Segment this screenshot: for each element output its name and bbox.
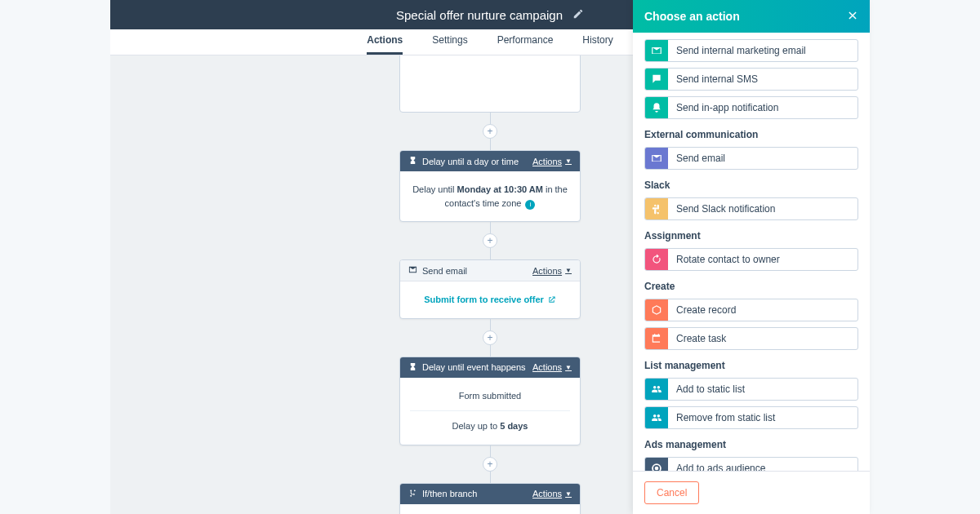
action-create-task[interactable]: Create task [644,327,858,350]
chevron-down-icon: ▼ [565,267,572,274]
connector [490,445,491,457]
delay-text: Delay until Monday at 10:30 AM in the co… [412,184,568,208]
action-send-inapp-notification[interactable]: Send in-app notification [644,96,858,119]
card-body: Delay until Monday at 10:30 AM in the co… [400,171,580,221]
hourglass-icon [408,362,417,373]
flow-column: + Delay until a day or time Actions ▼ [399,55,581,514]
add-step-button[interactable]: + [483,233,497,248]
connector [490,113,491,124]
add-step-button[interactable]: + [483,330,497,345]
connector [490,472,491,483]
card-body: Submit form to receive offer [400,281,580,318]
target-icon [645,458,668,471]
cancel-button[interactable]: Cancel [644,481,699,504]
chevron-down-icon: ▼ [565,364,572,371]
section-ads: Ads management [644,439,858,450]
card-header: If/then branch Actions ▼ [400,484,580,504]
users-icon [645,407,668,428]
card-header: Delay until event happens Actions ▼ [400,357,580,378]
rotate-icon [645,249,668,270]
chevron-down-icon: ▼ [565,157,572,165]
card-top-partial [399,55,581,113]
action-send-internal-marketing-email[interactable]: Send internal marketing email [644,39,858,62]
panel-title: Choose an action [644,10,740,23]
sms-icon [645,69,668,90]
tab-actions[interactable]: Actions [367,34,403,55]
action-send-internal-sms[interactable]: Send internal SMS [644,68,858,91]
add-step-button[interactable]: + [483,457,497,472]
card-header: Send email Actions ▼ [400,260,580,281]
chevron-down-icon: ▼ [565,490,572,498]
tab-history[interactable]: History [582,34,612,55]
panel-footer: Cancel [633,471,870,514]
bell-icon [645,97,668,118]
panel-header: Choose an action [633,0,870,33]
section-create: Create [644,281,858,292]
tab-settings[interactable]: Settings [432,34,467,55]
tab-performance[interactable]: Performance [497,34,554,55]
add-step-button[interactable]: + [483,124,497,139]
card-body: Form submitted Delay up to 5 days [400,378,580,445]
connector [490,139,491,150]
event-line: Delay up to 5 days [410,419,570,433]
cube-icon [645,299,668,321]
card-delay-event[interactable]: Delay until event happens Actions ▼ Form… [399,357,581,445]
card-branch[interactable]: If/then branch Actions ▼ Requested offer… [399,483,581,515]
slack-icon [645,198,668,219]
action-add-static-list[interactable]: Add to static list [644,378,858,401]
action-send-email[interactable]: Send email [644,147,858,170]
section-list: List management [644,360,858,371]
section-external: External communication [644,129,858,140]
workflow-title: Special offer nurture campaign [396,8,563,22]
email-icon [408,265,417,276]
card-title: Delay until a day or time [422,157,519,166]
pencil-icon[interactable] [572,8,584,22]
card-title: Send email [422,266,467,276]
email-link[interactable]: Submit form to receive offer [424,293,556,307]
event-line: Form submitted [410,389,570,403]
connector [490,345,491,357]
card-send-email[interactable]: Send email Actions ▼ Submit form to rece… [399,259,581,319]
email-icon [645,40,668,61]
card-actions-menu[interactable]: Actions ▼ [532,362,572,372]
action-send-slack[interactable]: Send Slack notification [644,197,858,220]
action-panel: Choose an action Send internal marketing… [633,0,870,514]
branch-icon [408,489,417,499]
action-rotate-owner[interactable]: Rotate contact to owner [644,248,858,271]
calendar-icon [645,328,668,349]
divider [410,410,570,411]
connector [490,222,491,233]
external-link-icon [547,295,556,304]
panel-body[interactable]: Send internal marketing email Send inter… [633,33,870,471]
card-body: Requested offer Form submission [400,504,580,515]
connector [490,248,491,259]
action-create-record[interactable]: Create record [644,299,858,321]
card-header: Delay until a day or time Actions ▼ [400,151,580,171]
close-icon[interactable] [847,10,858,24]
card-title: If/then branch [422,489,477,498]
card-actions-menu[interactable]: Actions ▼ [532,157,572,166]
connector [490,319,491,330]
info-icon[interactable]: i [525,200,535,210]
card-title: Delay until event happens [422,362,526,372]
action-add-ads-audience[interactable]: Add to ads audience [644,457,858,471]
section-slack: Slack [644,179,858,191]
users-icon [645,379,668,400]
action-remove-static-list[interactable]: Remove from static list [644,406,858,429]
card-delay-day[interactable]: Delay until a day or time Actions ▼ Dela… [399,150,581,222]
card-actions-menu[interactable]: Actions ▼ [532,266,572,276]
email-icon [645,148,668,169]
hourglass-icon [408,156,417,166]
section-assignment: Assignment [644,230,858,241]
card-actions-menu[interactable]: Actions ▼ [532,489,572,498]
